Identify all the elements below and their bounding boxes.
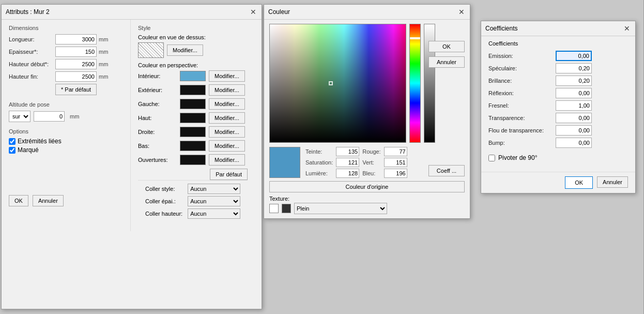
hauteur-debut-unit: mm: [99, 61, 108, 67]
interieur-swatch: [180, 71, 206, 81]
gauche-modifier-btn[interactable]: Modifier...: [209, 98, 245, 110]
couleur-titlebar: Couleur ✕: [264, 5, 470, 20]
bas-label: Bas:: [138, 143, 177, 149]
hauteur-fin-row: Hauteur fin: mm: [9, 71, 123, 82]
extremites-checkbox[interactable]: [9, 138, 16, 145]
saturation-input[interactable]: [336, 158, 359, 167]
hue-indicator: [410, 37, 420, 39]
coller-style-select[interactable]: Aucun: [188, 184, 240, 194]
coller-hauteur-row: Coller hauteur: Aucun: [145, 208, 240, 219]
reflexion-row: Réflexion:: [488, 88, 628, 98]
lumiere-input[interactable]: [336, 169, 359, 178]
longueur-unit: mm: [99, 36, 108, 42]
altitude-select[interactable]: sur: [9, 111, 30, 122]
altitude-section: Altitude de pose sur mm: [9, 101, 123, 122]
rouge-input[interactable]: [384, 147, 407, 156]
attributs-dialog: Attributs : Mur 2 ✕ Dimensions Longueur:…: [1, 4, 262, 309]
attributs-titlebar: Attributs : Mur 2 ✕: [2, 5, 262, 20]
hue-slider[interactable]: [409, 24, 421, 143]
interieur-modifier-btn[interactable]: Modifier...: [209, 70, 245, 82]
coller-hauteur-select[interactable]: Aucun: [188, 208, 240, 219]
teinte-label: Teinte:: [305, 148, 333, 155]
bleu-label: Bleu:: [362, 170, 380, 176]
coeff-title: Coefficients: [485, 25, 517, 32]
texture-row: Texture:: [269, 196, 465, 202]
couleur-coeff-btn[interactable]: Coeff ...: [428, 165, 465, 176]
texture-label: Texture:: [269, 196, 289, 202]
couleur-perspective-label: Couleur en perspective:: [138, 62, 248, 68]
reflexion-input[interactable]: [556, 88, 592, 98]
couleur-content: Teinte: Rouge: Saturation: Vert: Lumière…: [264, 20, 470, 218]
couleur-close-btn[interactable]: ✕: [457, 8, 466, 16]
vert-input[interactable]: [384, 158, 407, 167]
couleur-dialog: Couleur ✕ Teinte:: [264, 4, 470, 219]
style-label: Style: [138, 25, 248, 31]
attr-annuler-btn[interactable]: Annuler: [33, 195, 64, 206]
brillance-row: Brillance:: [488, 76, 628, 86]
pivot-checkbox[interactable]: [488, 155, 495, 161]
interieur-label: Intérieur:: [138, 73, 177, 79]
longueur-input[interactable]: [55, 34, 97, 44]
hauteur-debut-input[interactable]: [55, 59, 97, 69]
hauteur-fin-input[interactable]: [55, 71, 97, 82]
fresnel-row: Fresnel:: [488, 100, 628, 111]
texture-select[interactable]: Plein: [294, 203, 387, 214]
bump-row: Bump:: [488, 138, 628, 148]
ouvertures-label: Ouvertures:: [138, 157, 177, 163]
flou-input[interactable]: [556, 125, 592, 136]
bleu-input[interactable]: [384, 169, 407, 178]
couleur-annuler-btn[interactable]: Annuler: [428, 56, 465, 68]
vert-label: Vert:: [362, 159, 380, 166]
droite-modifier-btn[interactable]: Modifier...: [209, 126, 245, 138]
gauche-label: Gauche:: [138, 101, 177, 107]
marque-checkbox[interactable]: [9, 147, 16, 154]
epaisseur-unit: mm: [99, 49, 108, 55]
epaisseur-input[interactable]: [55, 47, 97, 57]
attr-ok-btn[interactable]: OK: [9, 195, 28, 206]
pivot-row: Pivoter de 90°: [488, 154, 628, 161]
par-defaut-btn[interactable]: * Par défaut: [55, 84, 97, 95]
marque-label: Marqué: [18, 146, 39, 154]
coeff-titlebar: Coefficients ✕: [481, 21, 635, 36]
transparence-input[interactable]: [556, 113, 592, 123]
exterieur-modifier-btn[interactable]: Modifier...: [209, 84, 245, 96]
coeff-section-label: Coefficients: [488, 40, 628, 47]
coeff-close-btn[interactable]: ✕: [623, 24, 631, 33]
color-preview: [269, 147, 300, 178]
fresnel-label: Fresnel:: [488, 102, 556, 109]
ouvertures-row: Ouvertures: Modifier...: [138, 154, 248, 166]
emission-input[interactable]: [556, 51, 592, 61]
flou-row: Flou de transparence:: [488, 125, 628, 136]
gauche-swatch: [180, 99, 206, 109]
brillance-input[interactable]: [556, 76, 592, 86]
haut-modifier-btn[interactable]: Modifier...: [209, 112, 245, 124]
speculaire-row: Spéculaire:: [488, 63, 628, 73]
attributs-close-btn[interactable]: ✕: [249, 8, 257, 16]
color-values-grid: Teinte: Rouge: Saturation: Vert: Lumière…: [305, 147, 407, 178]
couleur-vue-modifier-btn[interactable]: Modifier...: [167, 44, 203, 56]
ouvertures-modifier-btn[interactable]: Modifier...: [209, 154, 245, 166]
speculaire-input[interactable]: [556, 63, 592, 73]
transparence-label: Transparence:: [488, 115, 556, 121]
coeff-annuler-btn[interactable]: Annuler: [597, 176, 628, 188]
bas-modifier-btn[interactable]: Modifier...: [209, 140, 245, 152]
coeff-content: Coefficients Emission: Spéculaire: Brill…: [481, 36, 635, 172]
couleur-side-btns: OK Annuler Coeff ...: [428, 41, 465, 176]
altitude-input[interactable]: [34, 111, 65, 122]
teinte-input[interactable]: [336, 147, 359, 156]
style-par-defaut-btn[interactable]: Par défaut: [210, 169, 248, 180]
speculaire-label: Spéculaire:: [488, 65, 556, 71]
coeff-ok-btn[interactable]: OK: [565, 176, 593, 189]
lumiere-label: Lumière:: [305, 170, 333, 176]
coller-epai-select[interactable]: Aucun: [188, 196, 240, 206]
altitude-label: Altitude de pose: [9, 101, 123, 108]
flou-label: Flou de transparence:: [488, 127, 556, 133]
color-gradient-picker[interactable]: [269, 24, 406, 143]
fresnel-input[interactable]: [556, 100, 592, 111]
couleur-ok-btn[interactable]: OK: [428, 41, 465, 52]
couleur-origine-btn[interactable]: Couleur d'origine: [269, 181, 465, 192]
transparence-row: Transparence:: [488, 113, 628, 123]
emission-row: Emission:: [488, 51, 628, 61]
bump-input[interactable]: [556, 138, 592, 148]
ouvertures-swatch: [180, 155, 206, 165]
